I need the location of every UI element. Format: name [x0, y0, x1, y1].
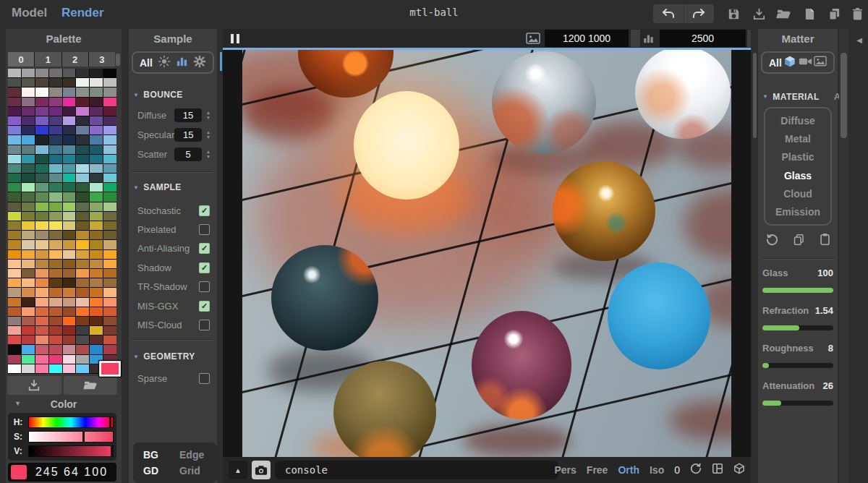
palette-swatch[interactable] — [63, 135, 76, 144]
palette-swatch[interactable] — [22, 98, 35, 106]
palette-swatch[interactable] — [22, 364, 35, 373]
material-section-header[interactable]: ▼ MATERIAL All — [762, 91, 846, 102]
palette-swatch[interactable] — [35, 69, 48, 77]
palette-swatch[interactable] — [49, 240, 62, 249]
palette-swatch[interactable] — [76, 288, 89, 296]
palette-swatch[interactable] — [8, 126, 21, 134]
palette-swatch[interactable] — [8, 269, 21, 278]
palette-swatch[interactable] — [90, 126, 103, 134]
palette-swatch[interactable] — [22, 250, 35, 259]
matter-scroll-thumb[interactable] — [841, 53, 847, 138]
copy-material-button[interactable] — [793, 234, 805, 249]
open-palette-button[interactable] — [64, 376, 118, 395]
palette-swatch[interactable] — [103, 221, 116, 230]
palette-swatch[interactable] — [103, 212, 116, 221]
resolution-button[interactable] — [524, 31, 542, 46]
slider-fill[interactable] — [762, 363, 769, 368]
palette-swatch[interactable] — [76, 69, 89, 77]
settings-button[interactable] — [193, 55, 206, 71]
palette-swatch[interactable] — [22, 355, 35, 364]
palette-swatch[interactable] — [90, 155, 103, 163]
palette-swatch[interactable] — [22, 69, 35, 77]
palette-swatch[interactable] — [35, 269, 48, 278]
palette-swatch[interactable] — [63, 345, 76, 354]
palette-swatch[interactable] — [22, 126, 35, 134]
sun-button[interactable] — [158, 55, 171, 71]
saturation-marker[interactable] — [82, 431, 85, 443]
palette-swatch[interactable] — [49, 174, 62, 182]
palette-swatch[interactable] — [90, 107, 103, 116]
resolution-field[interactable]: 1200 1000 — [545, 30, 629, 47]
palette-swatch[interactable] — [49, 107, 62, 116]
palette-swatch[interactable] — [63, 164, 76, 173]
palette-swatch[interactable] — [90, 288, 103, 296]
stepper-down-icon[interactable]: ▼ — [206, 116, 210, 121]
palette-swatch[interactable] — [90, 202, 103, 211]
palette-swatch[interactable] — [90, 260, 103, 268]
palette-swatch[interactable] — [22, 107, 35, 116]
samples-button[interactable] — [176, 55, 188, 70]
stepper-down-icon[interactable]: ▼ — [206, 135, 210, 140]
palette-swatch[interactable] — [22, 221, 35, 230]
palette-swatch[interactable] — [8, 231, 21, 239]
palette-swatch[interactable] — [103, 202, 116, 211]
palette-swatch[interactable] — [22, 288, 35, 296]
saturation-slider[interactable] — [28, 431, 114, 443]
checkbox-anti-aliasing[interactable]: ✓ — [199, 243, 210, 254]
palette-swatch[interactable] — [49, 78, 62, 87]
palette-swatch[interactable] — [49, 221, 62, 230]
palette-swatch[interactable] — [103, 183, 116, 192]
palette-swatch[interactable] — [103, 240, 116, 249]
palette-swatch[interactable] — [103, 317, 116, 325]
import-palette-button[interactable] — [7, 376, 61, 395]
collapse-triangle-icon[interactable]: ▼ — [14, 400, 21, 407]
palette-swatch[interactable] — [76, 355, 89, 364]
palette-swatch[interactable] — [49, 288, 62, 296]
palette-swatch[interactable] — [103, 250, 116, 259]
palette-swatch[interactable] — [103, 69, 116, 77]
palette-swatch[interactable] — [8, 78, 21, 87]
reset-view-button[interactable] — [690, 463, 702, 477]
palette-swatch[interactable] — [76, 278, 89, 287]
palette-swatch[interactable] — [76, 78, 89, 87]
expand-console-button[interactable]: ▲ — [229, 461, 247, 479]
palette-swatch[interactable] — [35, 288, 48, 296]
palette-swatch[interactable] — [103, 345, 116, 354]
open-button[interactable] — [774, 4, 793, 23]
palette-swatch[interactable] — [49, 250, 62, 259]
new-file-button[interactable] — [800, 4, 819, 23]
palette-swatch[interactable] — [103, 288, 116, 296]
palette-swatch[interactable] — [8, 298, 21, 307]
sample-section-header[interactable]: ▼ SAMPLE — [133, 182, 182, 192]
palette-swatch[interactable] — [76, 192, 89, 201]
palette-swatch[interactable] — [103, 107, 116, 116]
value-stepper[interactable]: ▲▼ — [204, 150, 213, 159]
redo-button[interactable] — [684, 4, 715, 23]
palette-swatch[interactable] — [103, 87, 116, 96]
palette-swatch[interactable] — [8, 335, 21, 344]
palette-swatch[interactable] — [49, 69, 62, 77]
palette-swatch[interactable] — [90, 298, 103, 307]
palette-swatch[interactable] — [76, 221, 89, 230]
palette-swatch[interactable] — [76, 135, 89, 144]
palette-swatch[interactable] — [35, 355, 48, 364]
palette-swatch[interactable] — [90, 87, 103, 96]
slider-fill[interactable] — [762, 401, 781, 406]
palette-swatch[interactable] — [22, 116, 35, 125]
palette-swatch[interactable] — [76, 126, 89, 134]
screenshot-button[interactable] — [252, 461, 271, 479]
material-type-plastic[interactable]: Plastic — [781, 151, 814, 163]
palette-swatch[interactable] — [8, 98, 21, 106]
palette-swatch[interactable] — [22, 240, 35, 249]
model-view-button[interactable] — [733, 463, 745, 477]
palette-swatch[interactable] — [22, 345, 35, 354]
palette-swatch[interactable] — [35, 164, 48, 173]
palette-swatch[interactable] — [22, 260, 35, 268]
palette-swatch[interactable] — [76, 107, 89, 116]
palette-swatch[interactable] — [49, 98, 62, 106]
palette-swatch[interactable] — [76, 212, 89, 221]
checkbox-tr-shadow[interactable] — [199, 281, 210, 292]
bounce-value-field[interactable]: 15 — [174, 108, 202, 122]
palette-swatch[interactable] — [35, 317, 48, 325]
palette-swatch[interactable] — [49, 298, 62, 307]
